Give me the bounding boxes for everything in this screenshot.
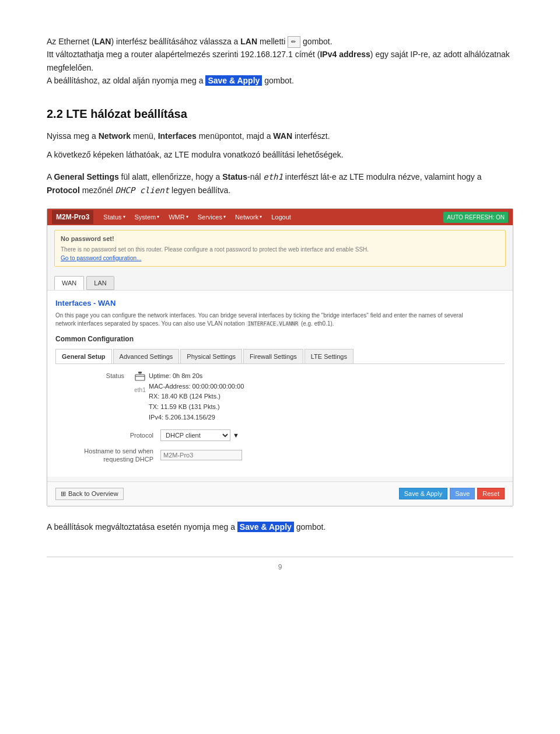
- interfaces-wan-title: Interfaces - WAN: [55, 298, 505, 309]
- hostname-label: Hostname to send when requesting DHCP: [55, 447, 160, 464]
- status-tx: TX: 11.59 KB (131 Pkts.): [149, 402, 505, 413]
- tab-wan[interactable]: WAN: [54, 276, 84, 291]
- footer-paragraph: A beállítások megváltoztatása esetén nyo…: [47, 520, 513, 533]
- router-brand: M2M-Pro3: [52, 210, 93, 224]
- action-buttons-group: Save & Apply Save Reset: [399, 488, 505, 499]
- save-apply-button[interactable]: Save & Apply: [399, 488, 447, 499]
- tab-lte-settings[interactable]: LTE Settings: [304, 349, 354, 364]
- save-button[interactable]: Save: [450, 488, 475, 499]
- save-apply-highlight-2: Save & Apply: [237, 522, 294, 532]
- router-navbar: M2M-Pro3 Status ▾ System ▾ WMR ▾ Service…: [47, 209, 513, 225]
- protocol-select[interactable]: DHCP client: [160, 429, 230, 441]
- hostname-input-container: [160, 450, 242, 460]
- intro-line3: A beállításhoz, az oldal alján nyomja me…: [47, 75, 294, 86]
- tab-general-setup[interactable]: General Setup: [55, 349, 112, 364]
- router-screenshot: M2M-Pro3 Status ▾ System ▾ WMR ▾ Service…: [47, 208, 513, 506]
- warning-title: No password set!: [61, 234, 499, 244]
- intro-line2: Itt változtathatja meg a router alapérte…: [47, 50, 510, 72]
- page: Az Ethernet (LAN) interfész beállításáho…: [0, 0, 560, 734]
- protocol-input: DHCP client ▼: [160, 429, 239, 441]
- nav-services[interactable]: Services ▾: [194, 211, 230, 224]
- interface-tabs: WAN LAN: [47, 271, 513, 291]
- status-ipv4: IPv4: 5.206.134.156/29: [149, 413, 505, 423]
- status-eth-label: eth1: [131, 386, 149, 394]
- status-field-label: Status: [55, 371, 131, 422]
- tab-lan[interactable]: LAN: [86, 276, 114, 291]
- warning-text: There is no password set on this router.…: [61, 245, 499, 254]
- status-uptime: Uptime: 0h 8m 20s: [149, 371, 505, 382]
- section-22-heading: 2.2 LTE hálózat beállítása: [47, 105, 513, 123]
- save-apply-highlight-1: Save & Apply: [205, 75, 262, 86]
- warning-box: No password set! There is no password se…: [54, 230, 506, 267]
- page-number: 9: [278, 563, 282, 571]
- section22-para3: A General Settings fül alatt, ellenőrizz…: [47, 170, 513, 197]
- dropdown-arrow: ▼: [233, 431, 239, 441]
- tab-firewall-settings[interactable]: Firewall Settings: [243, 349, 303, 364]
- page-footer: 9: [47, 557, 513, 572]
- protocol-label: Protocol: [55, 431, 160, 441]
- section22-para1: Nyissa meg a Network menü, Interfaces me…: [47, 130, 513, 142]
- common-config-title: Common Configuration: [55, 334, 505, 344]
- protocol-row: Protocol DHCP client ▼: [55, 429, 505, 441]
- router-content: Interfaces - WAN On this page you can co…: [47, 290, 513, 477]
- status-row: Status eth1 Uptime: 0h 8m 20s MAC-Addres…: [55, 371, 505, 422]
- autorefresh-badge[interactable]: AUTO REFRESH: ON: [443, 212, 508, 223]
- status-values: Uptime: 0h 8m 20s MAC-Address: 00:00:00:…: [149, 371, 505, 422]
- status-mac: MAC-Address: 00:00:00:00:00:00: [149, 382, 505, 392]
- hostname-row: Hostname to send when requesting DHCP: [55, 447, 505, 464]
- nav-logout[interactable]: Logout: [267, 211, 295, 224]
- back-to-overview-button[interactable]: ⊞ Back to Overview: [55, 488, 124, 500]
- status-network-icon: eth1: [131, 371, 149, 422]
- nav-status[interactable]: Status ▾: [99, 211, 129, 224]
- edit-button-inline[interactable]: ✏: [288, 36, 300, 48]
- section22-para2: A következő képeken láthatóak, az LTE mo…: [47, 148, 513, 161]
- interfaces-desc: On this page you can configure the netwo…: [55, 312, 505, 328]
- hostname-input[interactable]: [160, 450, 242, 460]
- reset-button[interactable]: Reset: [477, 488, 505, 499]
- svg-rect-0: [135, 375, 145, 380]
- nav-wmr[interactable]: WMR ▾: [164, 211, 192, 224]
- svg-rect-3: [138, 372, 142, 373]
- router-nav-items: Status ▾ System ▾ WMR ▾ Services ▾ Netwo…: [99, 211, 443, 224]
- back-icon: ⊞: [61, 490, 66, 498]
- config-tabs: General Setup Advanced Settings Physical…: [55, 349, 505, 365]
- warning-link[interactable]: Go to password configuration...: [61, 254, 499, 263]
- edit-icon: ✏: [291, 37, 296, 47]
- status-rx: RX: 18.40 KB (124 Pkts.): [149, 392, 505, 402]
- router-actions: ⊞ Back to Overview Save & Apply Save Res…: [47, 481, 513, 506]
- intro-line1: Az Ethernet (LAN) interfész beállításáho…: [47, 37, 332, 46]
- tab-physical-settings[interactable]: Physical Settings: [180, 349, 242, 364]
- intro-paragraph: Az Ethernet (LAN) interfész beállításáho…: [47, 35, 513, 88]
- nav-network[interactable]: Network ▾: [231, 211, 266, 224]
- interfaces-code: INTERFACE.VLANNR: [246, 321, 299, 327]
- tab-advanced-settings[interactable]: Advanced Settings: [113, 349, 180, 364]
- nav-system[interactable]: System ▾: [131, 211, 164, 224]
